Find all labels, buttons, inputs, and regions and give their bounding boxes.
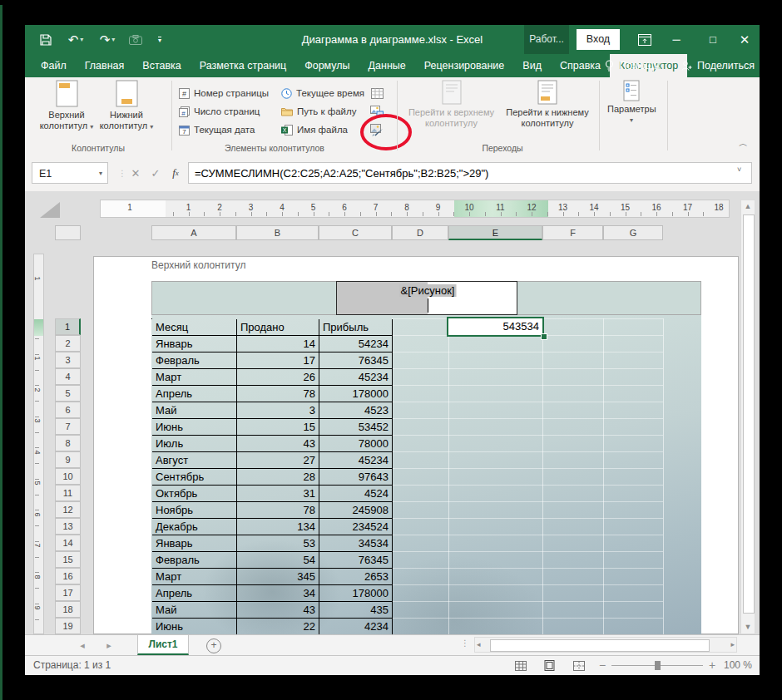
footer-button[interactable]: Нижний колонтитул ▾ <box>98 80 155 146</box>
table-cell[interactable]: 97643 <box>319 469 393 486</box>
vertical-scroll-thumb[interactable] <box>743 214 755 614</box>
prev-sheet-icon[interactable]: ◂ <box>73 635 92 655</box>
table-cell[interactable]: 4234 <box>319 619 393 634</box>
table-cell[interactable]: 54234 <box>319 336 393 352</box>
table-cell[interactable]: 34534 <box>319 535 393 552</box>
menu-tab-1[interactable]: Главная <box>76 54 134 77</box>
table-cell[interactable]: 22 <box>237 619 319 634</box>
table-cell[interactable]: 178000 <box>319 585 393 602</box>
row-header-16[interactable]: 16 <box>55 568 81 584</box>
splitter-dots[interactable]: ⋮ <box>461 638 470 648</box>
sign-in-button[interactable]: Вход <box>577 29 620 50</box>
table-cell[interactable]: 15 <box>237 419 319 436</box>
next-sheet-icon[interactable]: ▸ <box>100 635 118 655</box>
menu-tab-2[interactable]: Вставка <box>133 54 190 77</box>
table-cell[interactable]: Май <box>152 602 237 619</box>
enter-icon[interactable]: ✓ <box>146 162 165 184</box>
table-cell[interactable]: 178000 <box>319 386 393 402</box>
horizontal-scrollbar[interactable]: ◂ ▸ <box>474 637 737 653</box>
column-header-F[interactable]: F <box>542 225 603 240</box>
row-header-9[interactable]: 9 <box>55 451 81 468</box>
assistant-label[interactable]: Помощн <box>619 60 660 71</box>
table-cell[interactable]: 53 <box>237 535 319 552</box>
zoom-in-button[interactable]: + <box>709 656 715 675</box>
table-cell[interactable]: Февраль <box>152 552 237 569</box>
column-header-B[interactable]: B <box>236 225 319 240</box>
table-cell[interactable]: 53452 <box>319 419 393 436</box>
column-header-A[interactable]: A <box>151 225 236 240</box>
collapse-ribbon-button[interactable]: ︿ <box>739 137 748 150</box>
table-cell[interactable]: Февраль <box>152 352 237 369</box>
header-button[interactable]: Верхний колонтитул ▾ <box>38 80 95 146</box>
table-cell[interactable]: 2653 <box>319 569 393 585</box>
account-badge[interactable]: Работ... <box>524 25 569 54</box>
row-header-4[interactable]: 4 <box>55 368 81 385</box>
table-cell[interactable]: Сентябрь <box>152 469 237 486</box>
page-layout-view-icon[interactable] <box>542 659 557 672</box>
zoom-slider-thumb[interactable] <box>655 661 661 670</box>
table-cell[interactable]: 78 <box>237 502 319 519</box>
column-header-G[interactable]: G <box>603 225 663 240</box>
minimize-button[interactable]: ─ <box>664 25 689 54</box>
table-cell[interactable]: 435 <box>319 602 393 619</box>
table-cell[interactable]: 54 <box>237 552 319 569</box>
close-button[interactable]: ✕ <box>732 25 757 54</box>
new-sheet-button[interactable]: + <box>206 638 221 653</box>
table-cell[interactable]: 17 <box>237 352 319 369</box>
table-cell[interactable]: Ноябрь <box>152 502 237 519</box>
page-count-button[interactable]: # Число страниц <box>179 103 260 120</box>
table-cell[interactable]: Март <box>152 369 237 386</box>
row-header-13[interactable]: 13 <box>55 518 81 535</box>
maximize-button[interactable]: □ <box>700 25 725 54</box>
row-header-19[interactable]: 19 <box>55 618 81 634</box>
table-cell[interactable]: 78000 <box>319 436 393 452</box>
table-cell[interactable]: 45234 <box>319 369 393 386</box>
table-cell[interactable]: 34 <box>237 585 319 602</box>
menu-tab-6[interactable]: Рецензирование <box>415 54 514 77</box>
table-cell[interactable]: 28 <box>237 469 319 486</box>
table-cell[interactable]: Март <box>152 569 237 585</box>
menu-tab-4[interactable]: Формулы <box>295 54 359 77</box>
sheet-tab[interactable]: Лист1 <box>137 635 189 655</box>
menu-tab-8[interactable]: Справка <box>551 54 610 77</box>
table-cell[interactable]: Август <box>152 452 237 469</box>
column-header-D[interactable]: D <box>392 225 448 240</box>
table-cell[interactable]: Май <box>152 402 237 419</box>
scroll-down-icon[interactable]: ▼ <box>741 621 755 633</box>
zoom-out-button[interactable]: − <box>599 656 606 675</box>
row-header-15[interactable]: 15 <box>55 551 81 568</box>
table-cell[interactable]: 3 <box>237 402 319 419</box>
select-all-corner[interactable] <box>55 225 81 240</box>
menu-tab-7[interactable]: Вид <box>513 54 551 77</box>
table-cell[interactable]: 43 <box>237 602 319 619</box>
scroll-up-icon[interactable]: ▲ <box>741 200 755 213</box>
file-path-button[interactable]: Путь к файлу <box>281 103 356 120</box>
table-cell[interactable]: 76345 <box>319 352 393 369</box>
row-header-3[interactable]: 3 <box>55 352 81 368</box>
row-header-18[interactable]: 18 <box>55 601 81 618</box>
current-date-button[interactable]: 7 Текущая дата <box>179 121 255 138</box>
assistant-bulb-icon[interactable] <box>605 60 614 72</box>
ribbon-display-options-icon[interactable] <box>632 25 657 54</box>
fill-handle[interactable] <box>541 333 547 340</box>
table-cell[interactable]: 78 <box>237 386 319 402</box>
table-cell[interactable]: 4524 <box>319 486 393 502</box>
insert-function-icon[interactable]: fx <box>166 162 185 184</box>
table-cell[interactable]: Апрель <box>152 585 237 602</box>
table-cell[interactable]: Июнь <box>152 619 237 634</box>
table-cell[interactable]: Июнь <box>152 419 237 436</box>
page-break-view-icon[interactable] <box>572 659 586 672</box>
name-box-dropdown-icon[interactable]: ▾ <box>95 163 106 183</box>
row-header-5[interactable]: 5 <box>55 385 81 402</box>
table-cell[interactable]: 4523 <box>319 402 393 419</box>
table-header-cell[interactable]: Прибыль <box>319 319 393 336</box>
header-center-section[interactable]: &[Рисунок] <box>336 281 517 315</box>
table-cell[interactable]: Январь <box>152 535 237 552</box>
formula-bar-expand-icon[interactable]: ˅ <box>737 165 741 174</box>
table-cell[interactable]: Январь <box>152 336 237 352</box>
table-cell[interactable]: Октябрь <box>152 486 237 502</box>
row-header-11[interactable]: 11 <box>55 485 81 501</box>
table-cell[interactable]: Декабрь <box>152 519 237 535</box>
row-header-10[interactable]: 10 <box>55 468 81 485</box>
table-cell[interactable]: 27 <box>237 452 319 469</box>
